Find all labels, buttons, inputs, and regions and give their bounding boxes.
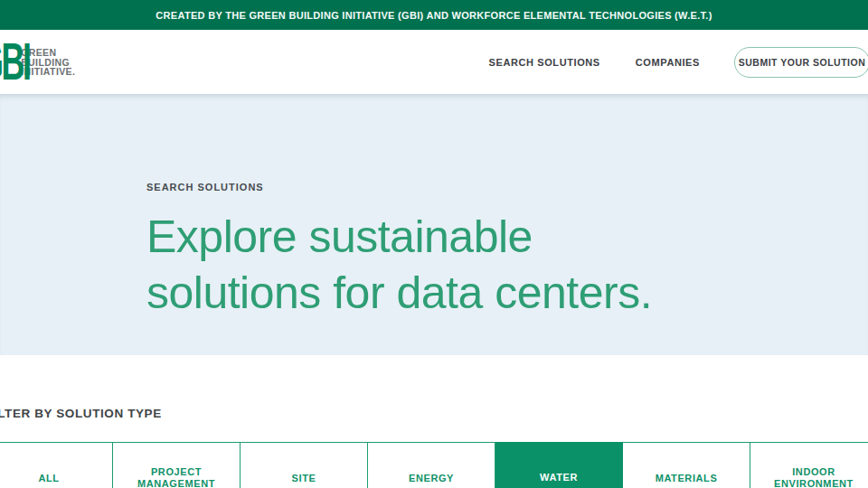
tab-all[interactable]: ALL — [0, 443, 113, 488]
tab-indoor-environment[interactable]: INDOOR ENVIRONMENT — [750, 443, 868, 488]
nav-search-solutions[interactable]: SEARCH SOLUTIONS — [489, 57, 600, 68]
tab-water[interactable]: WATER — [495, 442, 623, 488]
announcement-banner: CREATED BY THE GREEN BUILDING INITIATIVE… — [0, 0, 868, 30]
page-title-line-2: solutions for data centers. — [146, 267, 652, 318]
filter-section: FILTER BY SOLUTION TYPE ALL PROJECT MANA… — [0, 355, 868, 488]
tab-materials[interactable]: MATERIALS — [623, 443, 750, 488]
announcement-text: CREATED BY THE GREEN BUILDING INITIATIVE… — [156, 10, 712, 21]
page-title-line-1: Explore sustainable — [146, 211, 533, 262]
page: { "banner": { "text": "CREATED BY THE GR… — [0, 0, 868, 488]
submit-your-solution-button[interactable]: SUBMIT YOUR SOLUTION — [734, 47, 868, 78]
nav-companies[interactable]: COMPANIES — [636, 57, 700, 68]
gbi-logo-monogram: GBI — [0, 41, 29, 82]
tab-project-management[interactable]: PROJECT MANAGEMENT — [113, 443, 241, 488]
hero-section: SEARCH SOLUTIONS Explore sustainable sol… — [0, 94, 868, 355]
tab-energy[interactable]: ENERGY — [368, 443, 495, 488]
tab-site[interactable]: SITE — [241, 443, 368, 488]
filter-by-solution-type-label: FILTER BY SOLUTION TYPE — [0, 407, 162, 420]
site-header: GBI GREEN BUILDING INITIATIVE. SEARCH SO… — [0, 30, 868, 94]
hero-eyebrow: SEARCH SOLUTIONS — [146, 182, 868, 192]
solution-type-tab-bar: ALL PROJECT MANAGEMENT SITE ENERGY WATER… — [0, 442, 868, 488]
page-title: Explore sustainable solutions for data c… — [146, 209, 868, 321]
header-nav: SEARCH SOLUTIONS COMPANIES SUBMIT YOUR S… — [489, 30, 868, 94]
gbi-logo[interactable]: GBI GREEN BUILDING INITIATIVE. — [0, 41, 75, 82]
